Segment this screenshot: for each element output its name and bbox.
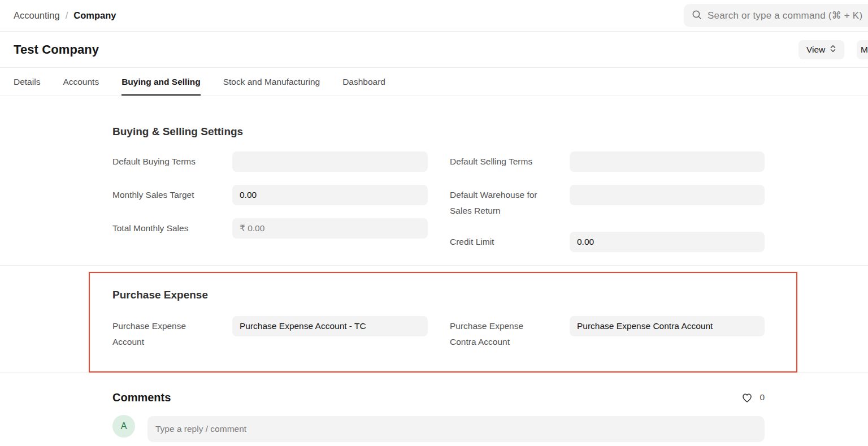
global-search-bar[interactable] <box>684 4 868 27</box>
credit-limit-label: Credit Limit <box>450 234 570 250</box>
field-default-selling-terms: Default Selling Terms <box>450 151 765 172</box>
default-warehouse-sales-return-label: Default Warehouse for Sales Return <box>450 187 570 219</box>
breadcrumb-workspace[interactable]: Accounting <box>14 10 60 21</box>
purchase-expense-right-column: Purchase Expense Contra Account <box>450 316 765 363</box>
breadcrumb-separator: / <box>66 10 68 21</box>
default-selling-terms-label: Default Selling Terms <box>450 154 570 170</box>
breadcrumb-current[interactable]: Company <box>73 10 116 21</box>
purchase-expense-section-highlighted: Purchase Expense Purchase Expense Accoun… <box>89 272 797 373</box>
comments-heading: Comments <box>112 389 171 406</box>
field-purchase-expense-contra-account: Purchase Expense Contra Account <box>450 316 765 350</box>
field-purchase-expense-account: Purchase Expense Account <box>112 316 428 350</box>
comments-header: Comments 0 <box>112 389 765 406</box>
tab-accounts[interactable]: Accounts <box>63 68 99 96</box>
heart-icon[interactable] <box>741 392 753 403</box>
view-button-label: View <box>806 45 825 55</box>
total-monthly-sales-label: Total Monthly Sales <box>112 220 232 236</box>
section-divider <box>0 265 868 266</box>
search-icon <box>692 10 702 22</box>
field-default-buying-terms: Default Buying Terms <box>112 151 428 172</box>
top-navbar: Accounting / Company <box>0 0 868 32</box>
tab-details[interactable]: Details <box>14 68 40 96</box>
default-selling-terms-input[interactable] <box>570 151 765 172</box>
comment-composer: A <box>112 415 765 442</box>
tab-buying-and-selling[interactable]: Buying and Selling <box>121 68 201 96</box>
field-monthly-sales-target: Monthly Sales Target <box>112 185 428 205</box>
purchase-expense-contra-account-label: Purchase Expense Contra Account <box>450 318 570 350</box>
purchase-expense-contra-account-input[interactable] <box>570 316 765 336</box>
settings-form-grid: Default Buying Terms Monthly Sales Targe… <box>112 151 765 265</box>
user-avatar: A <box>112 415 135 438</box>
field-total-monthly-sales: Total Monthly Sales <box>112 218 428 239</box>
breadcrumb: Accounting / Company <box>14 10 116 21</box>
purchase-expense-account-input[interactable] <box>232 316 428 336</box>
purchase-expense-heading: Purchase Expense <box>112 288 796 302</box>
total-monthly-sales-input <box>232 218 428 239</box>
tab-bar: Details Accounts Buying and Selling Stoc… <box>0 68 868 96</box>
comment-input[interactable] <box>147 416 765 442</box>
like-count: 0 <box>760 392 765 402</box>
default-warehouse-sales-return-input[interactable] <box>570 185 765 205</box>
tab-stock-and-manufacturing[interactable]: Stock and Manufacturing <box>223 68 320 96</box>
default-buying-terms-label: Default Buying Terms <box>112 154 232 170</box>
tab-content: Buying & Selling Settings Default Buying… <box>0 96 868 442</box>
settings-right-column: Default Selling Terms Default Warehouse … <box>450 151 765 265</box>
field-credit-limit: Credit Limit <box>450 232 765 252</box>
credit-limit-input[interactable] <box>570 232 765 252</box>
chevron-select-icon <box>830 45 836 55</box>
tab-dashboard[interactable]: Dashboard <box>342 68 385 96</box>
page-title: Test Company <box>14 42 99 57</box>
purchase-expense-left-column: Purchase Expense Account <box>112 316 428 363</box>
purchase-expense-account-label: Purchase Expense Account <box>112 318 232 350</box>
settings-left-column: Default Buying Terms Monthly Sales Targe… <box>112 151 428 265</box>
likes-widget: 0 <box>741 392 765 403</box>
monthly-sales-target-input[interactable] <box>232 185 428 205</box>
title-bar: Test Company View Menu <box>0 32 868 68</box>
view-button[interactable]: View <box>798 40 844 59</box>
menu-button-label: Menu <box>861 45 868 55</box>
search-input[interactable] <box>708 10 868 21</box>
buying-selling-settings-section: Buying & Selling Settings Default Buying… <box>0 96 868 265</box>
purchase-expense-form-grid: Purchase Expense Account Purchase Expens… <box>112 316 765 363</box>
monthly-sales-target-label: Monthly Sales Target <box>112 187 232 203</box>
field-default-warehouse-sales-return: Default Warehouse for Sales Return <box>450 185 765 219</box>
menu-button[interactable]: Menu <box>857 40 868 59</box>
comments-section: Comments 0 A <box>0 373 868 442</box>
company-detail-page: Accounting / Company Test Company View <box>0 0 868 446</box>
default-buying-terms-input[interactable] <box>232 151 428 172</box>
buying-selling-settings-heading: Buying & Selling Settings <box>112 124 765 139</box>
